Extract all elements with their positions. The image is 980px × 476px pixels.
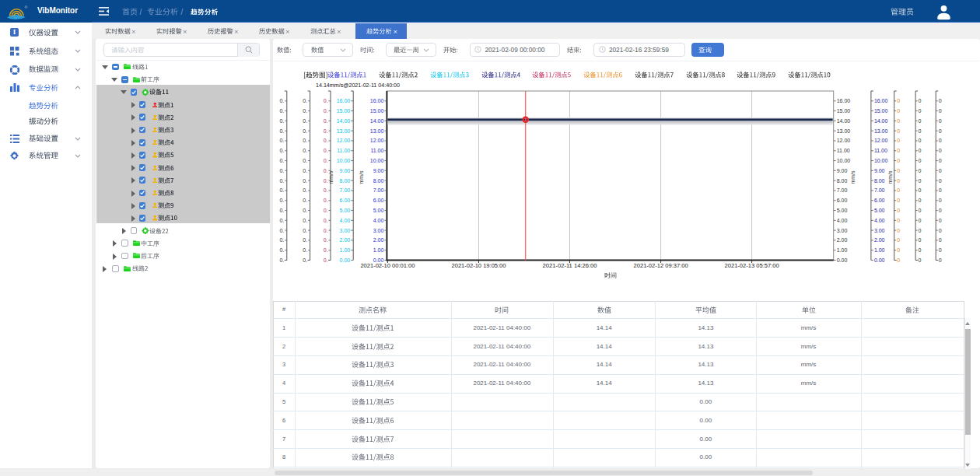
- svg-text:2.00: 2.00: [340, 237, 351, 243]
- svg-text:9.00: 9.00: [874, 168, 885, 173]
- svg-text:0.: 0.: [303, 138, 307, 143]
- svg-text:2021-02-12 09:37:00: 2021-02-12 09:37:00: [634, 263, 688, 268]
- svg-text:13.00: 13.00: [874, 128, 888, 134]
- svg-text:0: 0: [897, 128, 900, 134]
- svg-text:0.: 0.: [279, 108, 284, 114]
- svg-text:0.: 0.: [279, 118, 284, 124]
- svg-text:0: 0: [939, 98, 942, 103]
- svg-text:0: 0: [919, 208, 922, 213]
- svg-text:14.00: 14.00: [370, 118, 384, 124]
- svg-text:10.00: 10.00: [370, 158, 384, 163]
- svg-text:1.00: 1.00: [837, 247, 848, 253]
- svg-text:0: 0: [939, 198, 942, 203]
- svg-text:4.00: 4.00: [837, 218, 848, 223]
- svg-text:0.: 0.: [303, 178, 307, 184]
- svg-text:4.00: 4.00: [373, 218, 384, 223]
- svg-text:0.: 0.: [303, 128, 307, 134]
- svg-text:0.: 0.: [279, 168, 284, 173]
- svg-text:0: 0: [919, 178, 922, 184]
- svg-text:mm/s: mm/s: [850, 170, 856, 184]
- svg-text:7.00: 7.00: [340, 187, 351, 193]
- svg-text:1.00: 1.00: [373, 247, 384, 253]
- svg-text:11.00: 11.00: [370, 148, 383, 153]
- svg-text:2.00: 2.00: [874, 237, 885, 243]
- svg-text:0.: 0.: [324, 158, 328, 163]
- svg-text:12.00: 12.00: [837, 138, 851, 143]
- svg-text:15.00: 15.00: [337, 108, 351, 114]
- svg-text:mm/s: mm/s: [359, 170, 364, 184]
- svg-text:0.: 0.: [303, 98, 307, 103]
- svg-text:0.: 0.: [303, 198, 307, 203]
- svg-text:0.: 0.: [324, 128, 328, 134]
- svg-text:0.: 0.: [303, 148, 307, 153]
- svg-text:14.00: 14.00: [337, 118, 351, 124]
- svg-text:0.: 0.: [324, 237, 328, 243]
- svg-text:10.00: 10.00: [337, 158, 351, 163]
- svg-text:0: 0: [939, 247, 942, 253]
- svg-text:5.00: 5.00: [373, 208, 384, 213]
- svg-text:12.00: 12.00: [874, 138, 888, 143]
- svg-text:0.: 0.: [303, 108, 307, 114]
- svg-text:0.: 0.: [303, 187, 307, 193]
- svg-text:0: 0: [939, 158, 942, 163]
- svg-text:1.00: 1.00: [874, 247, 885, 253]
- svg-text:0.: 0.: [279, 128, 284, 134]
- svg-text:8.00: 8.00: [837, 178, 848, 184]
- svg-text:0: 0: [897, 118, 900, 124]
- svg-text:2021-02-11 14:26:00: 2021-02-11 14:26:00: [543, 263, 597, 268]
- svg-text:0: 0: [897, 187, 900, 193]
- svg-text:16.00: 16.00: [370, 98, 384, 103]
- svg-text:11.00: 11.00: [337, 148, 350, 153]
- svg-text:0.: 0.: [303, 237, 307, 243]
- svg-text:0.: 0.: [324, 118, 328, 124]
- svg-text:6.00: 6.00: [837, 198, 848, 203]
- svg-text:0.: 0.: [324, 228, 328, 233]
- svg-text:7.00: 7.00: [874, 187, 885, 193]
- svg-text:0.00: 0.00: [340, 257, 351, 263]
- svg-text:6.00: 6.00: [373, 198, 384, 203]
- svg-text:8.00: 8.00: [874, 178, 885, 184]
- svg-text:0.: 0.: [324, 108, 328, 114]
- svg-text:0.: 0.: [324, 198, 328, 203]
- svg-text:0: 0: [939, 118, 942, 124]
- svg-text:0: 0: [897, 98, 900, 103]
- svg-text:0: 0: [919, 158, 922, 163]
- svg-text:12.00: 12.00: [337, 138, 351, 143]
- svg-text:0: 0: [939, 108, 942, 114]
- svg-text:0.: 0.: [303, 247, 307, 253]
- svg-text:0.: 0.: [324, 218, 328, 223]
- svg-text:0: 0: [939, 237, 942, 243]
- svg-text:15.00: 15.00: [370, 108, 384, 114]
- svg-text:0.: 0.: [279, 228, 284, 233]
- svg-text:2021-02-10 19:05:00: 2021-02-10 19:05:00: [452, 263, 506, 268]
- svg-text:13.00: 13.00: [837, 128, 851, 134]
- svg-text:16.00: 16.00: [337, 98, 351, 103]
- svg-text:0: 0: [919, 138, 922, 143]
- svg-text:0: 0: [919, 247, 922, 253]
- svg-text:0.: 0.: [324, 208, 328, 213]
- svg-text:14.14mm/s@2021-02-11 04:40:00: 14.14mm/s@2021-02-11 04:40:00: [316, 82, 400, 88]
- svg-text:0: 0: [897, 198, 900, 203]
- svg-text:11.00: 11.00: [837, 148, 850, 153]
- svg-text:0.: 0.: [279, 257, 284, 263]
- svg-text:16.00: 16.00: [874, 98, 888, 103]
- svg-text:1.00: 1.00: [340, 247, 351, 253]
- svg-text:9.00: 9.00: [837, 168, 848, 173]
- svg-text:0.: 0.: [279, 178, 284, 184]
- svg-text:0: 0: [939, 148, 942, 153]
- svg-text:0.: 0.: [324, 138, 328, 143]
- svg-text:0.: 0.: [303, 208, 307, 213]
- svg-text:16.00: 16.00: [837, 98, 851, 103]
- svg-text:0: 0: [897, 247, 900, 253]
- svg-text:0: 0: [897, 158, 900, 163]
- svg-text:0.: 0.: [303, 218, 307, 223]
- svg-text:4.00: 4.00: [874, 218, 885, 223]
- svg-text:0.: 0.: [279, 98, 284, 103]
- svg-text:7.00: 7.00: [837, 187, 848, 193]
- svg-text:14.00: 14.00: [874, 118, 888, 124]
- svg-text:0: 0: [939, 168, 942, 173]
- svg-text:0.: 0.: [279, 247, 284, 253]
- svg-text:9.00: 9.00: [340, 168, 351, 173]
- svg-text:9.00: 9.00: [373, 168, 384, 173]
- svg-text:0.: 0.: [303, 158, 307, 163]
